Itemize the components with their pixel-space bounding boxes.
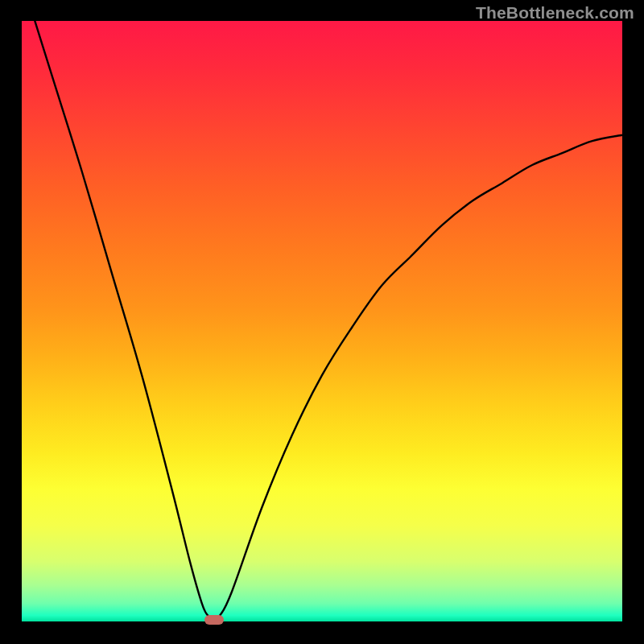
minimum-marker: [204, 615, 224, 625]
chart-container: TheBottleneck.com: [0, 0, 644, 644]
watermark-text: TheBottleneck.com: [476, 3, 634, 23]
chart-plot-area: [22, 21, 622, 621]
